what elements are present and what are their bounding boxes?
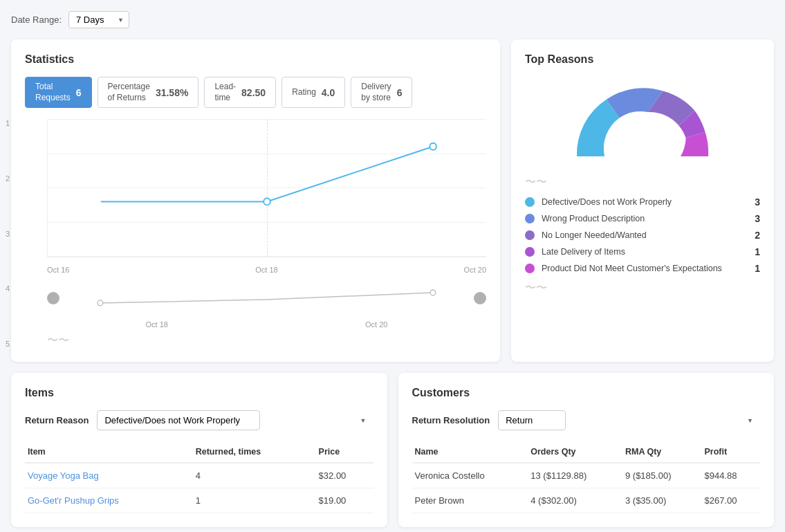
reason-item-4: Product Did Not Meet Customer's Expectat…: [525, 263, 760, 274]
table-row: Voyage Yoga Bag 4 $32.00: [25, 463, 373, 488]
reason-text-1: Wrong Product Description: [542, 214, 748, 223]
chart-x-labels: Oct 16 Oct 18 Oct 20: [47, 263, 486, 277]
reason-dot-1: [525, 214, 535, 223]
table-row: Veronica Costello 13 ($1129.88) 9 ($185.…: [412, 463, 761, 488]
donut-bottom-cover: [604, 156, 681, 163]
reason-text-3: Late Delivery of Items: [542, 247, 748, 257]
tab-delivery-store[interactable]: Deliveryby store 6: [351, 77, 412, 108]
tab-lead-time-value: 82.50: [241, 87, 266, 98]
tab-percentage-returns-value: 31.58%: [156, 87, 188, 98]
reason-count-0: 3: [755, 196, 760, 208]
reason-dot-3: [525, 247, 535, 257]
table-row: Go-Get'r Pushup Grips 1 $19.00: [25, 488, 373, 513]
items-filter-select-wrapper: Defective/Does not Work Properly Wrong P…: [97, 410, 373, 430]
tab-lead-time-label: Lead-time: [214, 82, 236, 103]
reason-text-0: Defective/Does not Work Properly: [542, 197, 748, 207]
customers-card: Customers Return Resolution Return Refun…: [398, 373, 775, 527]
customers-filter-row: Return Resolution Return Refund Exchange: [412, 410, 761, 430]
y-label-4: 4: [6, 284, 10, 293]
customers-table: Name Orders Qty RMA Qty Profit Veronica …: [412, 441, 761, 513]
items-card: Items Return Reason Defective/Does not W…: [11, 373, 387, 527]
customers-filter-select-wrapper: Return Refund Exchange: [498, 410, 760, 430]
reason-item-0: Defective/Does not Work Properly 3: [525, 196, 760, 208]
chart-wave-icon: 〜〜: [47, 333, 69, 348]
tab-percentage-returns[interactable]: Percentageof Returns 31.58%: [98, 77, 199, 108]
table-row: Peter Brown 4 ($302.00) 3 ($35.00) $267.…: [412, 488, 761, 513]
reason-text-2: No Longer Needed/Wanted: [542, 230, 748, 240]
items-filter-label: Return Reason: [25, 415, 89, 425]
donut-seg-5: [681, 132, 708, 156]
customer-rma-1: 3 ($35.00): [622, 488, 701, 513]
items-filter-row: Return Reason Defective/Does not Work Pr…: [25, 410, 373, 430]
reason-count-1: 3: [755, 213, 760, 224]
svg-point-1: [430, 143, 436, 150]
items-filter-select[interactable]: Defective/Does not Work Properly Wrong P…: [97, 410, 260, 430]
reasons-list: Defective/Does not Work Properly 3 Wrong…: [525, 196, 760, 274]
customers-col-orders-qty: Orders Qty: [528, 441, 622, 463]
tab-percentage-returns-label: Percentageof Returns: [108, 82, 150, 103]
nav-x-labels: Oct 18 Oct 20: [47, 320, 486, 329]
y-label-5: 5: [6, 340, 10, 348]
customers-filter-label: Return Resolution: [412, 415, 490, 425]
statistics-card: Statistics TotalRequests 6 Percentageof …: [11, 39, 500, 362]
customers-filter-select[interactable]: Return Refund Exchange: [498, 410, 566, 430]
reason-text-4: Product Did Not Meet Customer's Expectat…: [542, 264, 748, 273]
reasons-wave-bottom: 〜〜: [525, 281, 760, 295]
item-returned-0: 4: [193, 463, 316, 488]
customer-rma-0: 9 ($185.00): [622, 463, 701, 488]
reason-count-2: 2: [755, 230, 760, 241]
tab-total-requests-label: TotalRequests: [35, 82, 71, 103]
svg-point-0: [264, 199, 270, 205]
date-range-select-wrapper: 7 Days 30 Days 90 Days 1 Year: [68, 11, 129, 28]
reason-dot-4: [525, 264, 535, 273]
tab-rating[interactable]: Rating 4.0: [281, 77, 345, 108]
item-name-1[interactable]: Go-Get'r Pushup Grips: [25, 488, 193, 513]
reason-item-1: Wrong Product Description 3: [525, 213, 760, 224]
reasons-wave-icon-area: 〜〜: [525, 175, 760, 190]
reasons-wave-icon: 〜〜: [525, 175, 547, 190]
customers-col-name: Name: [412, 441, 528, 463]
item-returned-1: 1: [193, 488, 316, 513]
x-label-oct16: Oct 16: [47, 266, 69, 274]
items-col-price: Price: [316, 441, 373, 463]
items-table-body: Voyage Yoga Bag 4 $32.00 Go-Get'r Pushup…: [25, 463, 373, 513]
y-label-1: 1: [6, 119, 10, 127]
nav-label-oct18: Oct 18: [146, 320, 168, 329]
tab-delivery-store-value: 6: [397, 87, 403, 98]
customers-table-header: Name Orders Qty RMA Qty Profit: [412, 441, 761, 463]
stat-tabs: TotalRequests 6 Percentageof Returns 31.…: [25, 77, 486, 108]
reason-dot-2: [525, 230, 535, 240]
nav-svg: [47, 282, 486, 317]
main-grid: Statistics TotalRequests 6 Percentageof …: [11, 39, 774, 362]
item-price-1: $19.00: [316, 488, 373, 513]
nav-label-oct20: Oct 20: [365, 320, 387, 329]
items-title: Items: [25, 387, 373, 399]
customer-name-0: Veronica Costello: [412, 463, 528, 488]
customers-col-rma-qty: RMA Qty: [622, 441, 701, 463]
chart-wave-icon-area: 〜〜: [47, 333, 486, 348]
donut-svg: [566, 77, 719, 167]
top-reasons-card: Top Reasons: [511, 39, 774, 362]
customers-table-body: Veronica Costello 13 ($1129.88) 9 ($185.…: [412, 463, 761, 513]
y-label-3: 3: [6, 230, 10, 238]
date-range-label: Date Range:: [11, 15, 62, 25]
tab-total-requests[interactable]: TotalRequests 6: [25, 77, 92, 108]
tab-rating-label: Rating: [292, 87, 316, 98]
donut-center: [604, 118, 681, 156]
svg-point-2: [98, 300, 103, 306]
reasons-wave-bottom-icon: 〜〜: [525, 281, 547, 295]
svg-point-3: [430, 290, 436, 295]
chart-y-labels: 5 4 3 2 1: [6, 119, 10, 348]
chart-navigator: Oct 18 Oct 20: [47, 282, 486, 331]
item-name-0[interactable]: Voyage Yoga Bag: [25, 463, 193, 488]
customers-title: Customers: [412, 387, 761, 399]
customer-profit-0: $944.88: [701, 463, 760, 488]
date-range-bar: Date Range: 7 Days 30 Days 90 Days 1 Yea…: [11, 11, 774, 28]
statistics-title: Statistics: [25, 53, 486, 66]
date-range-select[interactable]: 7 Days 30 Days 90 Days 1 Year: [68, 11, 129, 28]
tab-delivery-store-label: Deliveryby store: [361, 82, 391, 103]
tab-lead-time[interactable]: Lead-time 82.50: [204, 77, 276, 108]
chart-svg: [48, 119, 486, 257]
bottom-grid: Items Return Reason Defective/Does not W…: [11, 373, 774, 527]
x-label-oct20: Oct 20: [464, 266, 486, 274]
